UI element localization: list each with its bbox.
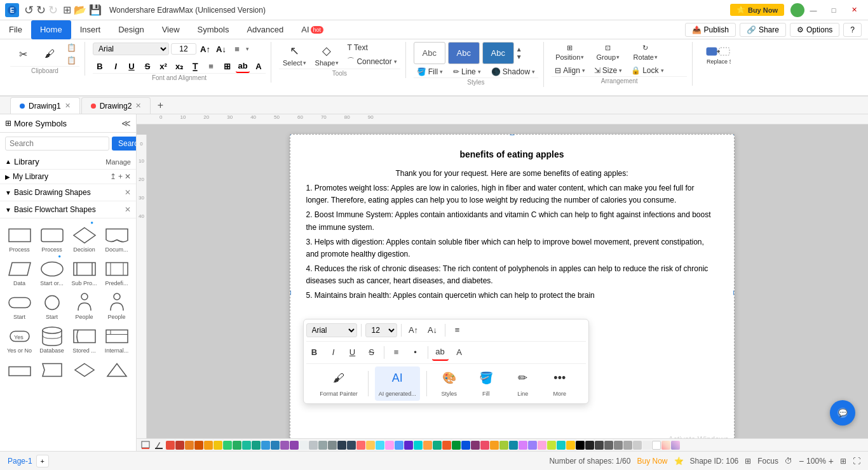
style-box-3[interactable]: Abc [482, 42, 514, 64]
color-dark-teal[interactable] [252, 441, 261, 450]
add-tab-btn[interactable]: + [152, 97, 168, 114]
bullet-btn[interactable]: ⊞ [220, 59, 234, 73]
color-black[interactable] [576, 441, 585, 450]
style-box-1[interactable]: Abc [414, 42, 445, 64]
italic-btn[interactable]: I [109, 59, 123, 73]
shape-start[interactable]: Start [4, 290, 35, 322]
underline-btn[interactable]: U [125, 59, 139, 73]
user-avatar[interactable] [790, 3, 804, 17]
color-light-gray[interactable] [309, 441, 318, 450]
color-blue[interactable] [261, 441, 270, 450]
add-page-btn[interactable]: + [36, 455, 49, 467]
menu-design[interactable]: Design [109, 20, 153, 39]
ft-fill-tool[interactable]: 🪣 Fill [470, 366, 502, 401]
text-btn[interactable]: T Text [344, 42, 400, 53]
shape-people2[interactable]: People [101, 290, 132, 322]
size-btn[interactable]: ⇲ Size ▾ [591, 65, 625, 76]
ft-styles-tool[interactable]: 🎨 Styles [433, 366, 465, 401]
fill-color-tool[interactable] [139, 441, 152, 450]
close-btn[interactable]: ✕ [845, 4, 863, 17]
bold-btn[interactable]: B [93, 59, 107, 73]
ml-add-btn[interactable]: + [118, 172, 123, 181]
shape-process2[interactable]: Process [36, 222, 67, 255]
shape-start-circle[interactable]: Start [36, 290, 67, 322]
color-emerald[interactable] [433, 441, 442, 450]
share-btn[interactable]: 🔗 Share [740, 23, 786, 37]
color-yellow[interactable] [204, 441, 213, 450]
ft-list-btn[interactable]: ≡ [388, 344, 405, 361]
color-mint[interactable] [557, 441, 566, 450]
color-forest[interactable] [452, 441, 461, 450]
line-color-tool[interactable] [153, 441, 165, 450]
color-dark-orange[interactable] [194, 441, 203, 450]
panel-collapse-btn[interactable]: ≪ [121, 118, 131, 128]
menu-ai[interactable]: AIhot [292, 20, 332, 39]
color-periwinkle[interactable] [528, 441, 537, 450]
search-button[interactable]: Search [112, 137, 137, 151]
color-cornflower[interactable] [395, 441, 403, 450]
color-near-white[interactable] [642, 441, 651, 450]
color-teal[interactable] [242, 441, 251, 450]
color-light-red[interactable] [356, 441, 365, 450]
color-near-black[interactable] [585, 441, 594, 450]
replace-shape-btn[interactable]: Replace Shape [700, 42, 736, 73]
shape-data[interactable]: Data [4, 256, 35, 288]
color-pink[interactable] [385, 441, 394, 450]
color-sky[interactable] [376, 441, 384, 450]
align-btn[interactable]: ≡ [230, 42, 244, 56]
manage-link[interactable]: Manage [105, 158, 131, 166]
font-name-select[interactable]: Arial [93, 43, 169, 55]
basic-drawing-close[interactable]: ✕ [125, 188, 131, 197]
shape-misc3[interactable] [69, 357, 100, 383]
menu-view[interactable]: View [153, 20, 189, 39]
style-scroll-down[interactable]: ▼ [516, 53, 522, 60]
color-indigo[interactable] [404, 441, 413, 450]
color-light-yellow[interactable] [214, 441, 222, 450]
color-red[interactable] [166, 441, 175, 450]
color-gradient2[interactable] [671, 441, 680, 450]
ft-bold-btn[interactable]: B [306, 344, 323, 361]
color-dark-purple[interactable] [290, 441, 299, 450]
ft-font-select[interactable]: Arial [306, 323, 357, 337]
ft-align-btn[interactable]: ≡ [449, 322, 466, 339]
shape-people[interactable]: People [69, 290, 100, 322]
shape-dropdown-arrow[interactable]: ▾ [336, 60, 339, 66]
ft-line-tool[interactable]: ✏ Line [507, 366, 539, 401]
strikethrough-btn[interactable]: S [140, 59, 154, 73]
fit-page-btn[interactable]: ⊞ [840, 457, 846, 466]
tab-close-drawing2[interactable]: ✕ [135, 102, 141, 110]
record-icon[interactable]: ⏱ [785, 457, 792, 466]
color-charcoal[interactable] [595, 441, 604, 450]
group-btn[interactable]: ⊡ Group ▾ [590, 42, 625, 63]
color-yellow-green[interactable] [547, 441, 556, 450]
shape-document[interactable]: Docum... [101, 222, 132, 255]
color-gradient1[interactable] [661, 441, 670, 450]
color-purple[interactable] [280, 441, 289, 450]
menu-symbols[interactable]: Symbols [189, 20, 238, 39]
color-light-silver[interactable] [633, 441, 642, 450]
menu-file[interactable]: File [0, 20, 31, 39]
fullscreen-btn[interactable]: ⛶ [853, 457, 860, 466]
position-btn[interactable]: ⊞ Position ▾ [552, 42, 588, 63]
menu-insert[interactable]: Insert [71, 20, 110, 39]
line-btn[interactable]: ✏ Line ▾ [450, 66, 484, 77]
fill-btn[interactable]: 🪣 Fill ▾ [414, 66, 446, 77]
zoom-in-btn[interactable]: + [829, 456, 834, 466]
color-sunflower[interactable] [566, 441, 575, 450]
ft-size-select[interactable]: 12 [365, 323, 397, 337]
style-box-2[interactable]: Abc [448, 42, 480, 64]
color-baby-pink[interactable] [538, 441, 546, 450]
shape-database[interactable]: Database [36, 323, 67, 356]
options-btn[interactable]: ⚙ Options [790, 23, 839, 37]
highlight-btn[interactable]: A [252, 59, 266, 73]
color-dark-red[interactable] [175, 441, 184, 450]
shape-decision[interactable]: Decision [69, 222, 100, 255]
canvas-content[interactable]: 0 10 20 30 40 [137, 124, 868, 438]
undo-btn[interactable]: ↺ [24, 3, 34, 17]
color-orange[interactable] [185, 441, 194, 450]
ml-import-btn[interactable]: ↥ [110, 172, 116, 181]
rotate-btn[interactable]: ↻ Rotate ▾ [628, 42, 663, 63]
color-lime[interactable] [499, 441, 508, 450]
list-btn[interactable]: ≡ [204, 59, 218, 73]
align-dropdown[interactable]: ▾ [246, 46, 249, 52]
